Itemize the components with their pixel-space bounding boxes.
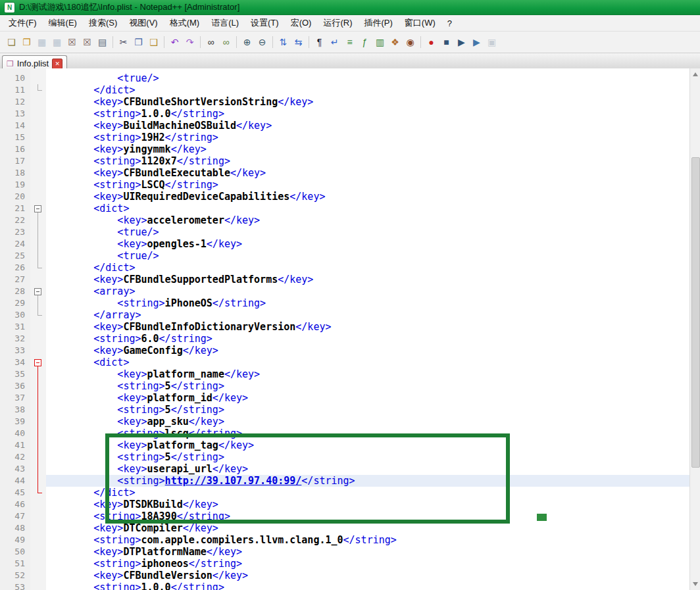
- fold-guide-line: [30, 463, 46, 475]
- editor-line[interactable]: 31<key>CFBundleInfoDictionaryVersion</ke…: [0, 321, 689, 333]
- copy-icon[interactable]: ❐: [132, 36, 145, 49]
- xml-tag: <key>: [93, 274, 123, 285]
- editor-line[interactable]: 35<key>platform_name</key>: [0, 368, 689, 380]
- editor-line[interactable]: 51<string>iphoneos</string>: [0, 558, 689, 570]
- document-switcher-icon[interactable]: ❖: [388, 36, 402, 49]
- menu-item[interactable]: 宏(O): [285, 15, 318, 31]
- editor-line[interactable]: 13<string>1.0.0</string>: [0, 108, 689, 120]
- scroll-up-icon[interactable]: [693, 72, 698, 76]
- fold-collapse-icon[interactable]: [30, 356, 46, 368]
- macro-run-multiple-icon[interactable]: ▶: [470, 36, 484, 49]
- editor-line[interactable]: 27<key>CFBundleSupportedPlatforms</key>: [0, 274, 689, 285]
- save-icon[interactable]: ▦: [35, 36, 49, 49]
- sync-vertical-scroll-icon[interactable]: ⇅: [276, 36, 290, 49]
- file-monitor-eye-icon[interactable]: ◉: [403, 36, 417, 49]
- fold-collapse-icon[interactable]: [30, 203, 46, 214]
- xml-value: accelerometer: [147, 214, 224, 226]
- line-number: 12: [0, 96, 30, 108]
- find-icon[interactable]: ∞: [204, 36, 218, 49]
- editor-line[interactable]: 37<key>platform_id</key>: [0, 392, 689, 404]
- menu-item[interactable]: 文件(F): [3, 15, 43, 31]
- sync-horizontal-scroll-icon[interactable]: ⇆: [291, 36, 305, 49]
- word-wrap-icon[interactable]: ↵: [328, 36, 341, 49]
- zoom-out-icon[interactable]: ⊖: [255, 36, 269, 49]
- document-map-icon[interactable]: ▥: [373, 36, 387, 49]
- close-icon[interactable]: ☒: [65, 36, 79, 49]
- scroll-down-icon[interactable]: [693, 582, 698, 586]
- menu-item[interactable]: 格式(M): [164, 15, 206, 31]
- menu-item[interactable]: 插件(P): [358, 15, 398, 31]
- editor-line[interactable]: 29<string>iPhoneOS</string>: [0, 297, 689, 309]
- editor-line[interactable]: 32<string>6.0</string>: [0, 333, 689, 345]
- menu-item[interactable]: 视图(V): [123, 15, 163, 31]
- editor-line[interactable]: 36<string>5</string>: [0, 380, 689, 392]
- function-list-icon[interactable]: ƒ: [358, 36, 372, 49]
- editor-line[interactable]: 16<key>yingymmk</key>: [0, 143, 689, 155]
- fold-margin[interactable]: [30, 285, 46, 297]
- macro-stop-icon[interactable]: ■: [439, 36, 453, 49]
- line-number: 37: [0, 392, 30, 404]
- editor-line[interactable]: 19<string>LSCQ</string>: [0, 179, 689, 191]
- cut-icon[interactable]: ✂: [116, 36, 130, 49]
- editor-line[interactable]: 30</array>: [0, 309, 689, 321]
- print-icon[interactable]: ▤: [95, 36, 109, 49]
- macro-play-icon[interactable]: ▶: [455, 36, 468, 49]
- zoom-in-icon[interactable]: ⊕: [240, 36, 254, 49]
- editor-line[interactable]: 23<true/>: [0, 226, 689, 238]
- menu-item[interactable]: 搜索(S): [83, 15, 123, 31]
- menu-item[interactable]: 窗口(W): [399, 15, 441, 31]
- macro-save-icon[interactable]: ▣: [485, 36, 499, 49]
- editor-line[interactable]: 50<key>DTPlatformName</key>: [0, 546, 689, 558]
- xml-tag: <string>: [117, 404, 164, 416]
- xml-tag: <string>: [117, 380, 164, 392]
- editor-line[interactable]: 11</dict>: [0, 84, 689, 96]
- editor-line[interactable]: 48<key>DTCompiler</key>: [0, 522, 689, 534]
- indent-guide-icon[interactable]: ≡: [343, 36, 357, 49]
- menu-item[interactable]: 编辑(E): [43, 15, 83, 31]
- editor-line[interactable]: 52<key>CFBundleVersion</key>: [0, 570, 689, 581]
- tab-close-icon[interactable]: ✕: [52, 59, 63, 69]
- editor-line[interactable]: 25<true/>: [0, 250, 689, 262]
- menu-item[interactable]: 语言(L): [205, 15, 245, 31]
- open-file-icon[interactable]: ❐: [20, 36, 34, 49]
- editor-line[interactable]: 15<string>19H2</string>: [0, 132, 689, 143]
- editor-line[interactable]: 21<dict>: [0, 203, 689, 214]
- vertical-scrollbar[interactable]: [689, 68, 700, 590]
- editor-line[interactable]: 33<key>GameConfig</key>: [0, 345, 689, 356]
- fold-collapse-icon[interactable]: [30, 285, 46, 297]
- menu-item[interactable]: ?: [441, 16, 458, 30]
- menu-item[interactable]: 运行(R): [317, 15, 358, 31]
- xml-value: CFBundleSupportedPlatforms: [123, 274, 278, 285]
- xml-tag: <key>: [93, 120, 123, 132]
- editor-line[interactable]: 24<key>opengles-1</key>: [0, 238, 689, 250]
- line-number: 19: [0, 179, 30, 191]
- editor-line[interactable]: 39<key>app_sku</key>: [0, 416, 689, 428]
- editor-line[interactable]: 53<string>1.0.0</string>: [0, 581, 689, 590]
- editor-line[interactable]: 17<string>1120x7</string>: [0, 155, 689, 167]
- editor-line[interactable]: 12<key>CFBundleShortVersionString</key>: [0, 96, 689, 108]
- new-file-icon[interactable]: ❏: [5, 36, 18, 49]
- paste-icon[interactable]: ❑: [147, 36, 161, 49]
- save-all-icon[interactable]: ▦: [50, 36, 64, 49]
- redo-icon[interactable]: ↷: [183, 36, 197, 49]
- replace-icon[interactable]: ∞: [219, 36, 233, 49]
- editor-line[interactable]: 26</dict>: [0, 262, 689, 274]
- macro-record-icon[interactable]: ●: [424, 36, 438, 49]
- editor-line[interactable]: 20<key>UIRequiredDeviceCapabilities</key…: [0, 191, 689, 203]
- menu-item[interactable]: 设置(T): [245, 15, 285, 31]
- fold-margin[interactable]: [30, 356, 46, 368]
- editor-line[interactable]: 38<string>5</string>: [0, 404, 689, 416]
- editor-line[interactable]: 14<key>BuildMachineOSBuild</key>: [0, 120, 689, 132]
- editor-line[interactable]: 34<dict>: [0, 356, 689, 368]
- editor-line[interactable]: 49<string>com.apple.compilers.llvm.clang…: [0, 534, 689, 546]
- editor-line[interactable]: 22<key>accelerometer</key>: [0, 214, 689, 226]
- fold-margin[interactable]: [30, 203, 46, 214]
- scrollbar-thumb[interactable]: [691, 157, 700, 468]
- line-number: 25: [0, 250, 30, 262]
- close-all-icon[interactable]: ☒: [80, 36, 94, 49]
- undo-icon[interactable]: ↶: [168, 36, 182, 49]
- editor-line[interactable]: 28<array>: [0, 285, 689, 297]
- editor-line[interactable]: 10<true/>: [0, 72, 689, 84]
- editor-line[interactable]: 18<key>CFBundleExecutable</key>: [0, 167, 689, 179]
- show-all-characters-icon[interactable]: ¶: [312, 36, 326, 49]
